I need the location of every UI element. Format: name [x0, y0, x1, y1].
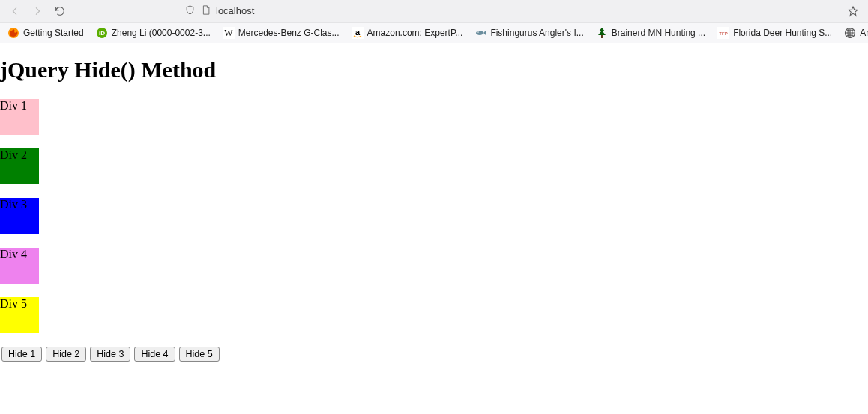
hide-5-button[interactable]: Hide 5 — [179, 346, 220, 362]
div-2: Div 2 — [0, 148, 39, 184]
hide-2-button[interactable]: Hide 2 — [46, 346, 86, 362]
div-4: Div 4 — [0, 248, 39, 284]
hide-3-button[interactable]: Hide 3 — [90, 346, 130, 362]
bookmark-zheng-li[interactable]: iD Zheng Li (0000-0002-3... — [91, 26, 215, 40]
div-5: Div 5 — [0, 297, 39, 333]
orcid-icon: iD — [96, 27, 108, 39]
tfp-icon: TFP — [717, 27, 729, 39]
fish-icon — [474, 27, 486, 39]
bookmark-label: Florida Deer Hunting S... — [733, 28, 832, 38]
globe-icon — [844, 27, 856, 39]
div-3: Div 3 — [0, 198, 39, 234]
div-1-label: Div 1 — [0, 99, 27, 112]
bookmark-label: Mercedes-Benz G-Clas... — [238, 28, 340, 38]
bookmark-brainerd[interactable]: Brainerd MN Hunting ... — [591, 26, 710, 40]
forward-button[interactable] — [27, 2, 48, 21]
bookmark-mercedes[interactable]: W Mercedes-Benz G-Clas... — [218, 26, 344, 40]
svg-point-7 — [476, 31, 483, 35]
hide-1-button[interactable]: Hide 1 — [1, 346, 42, 362]
tree-icon — [596, 27, 608, 39]
page-title: jQuery Hide() Method — [0, 57, 868, 82]
reload-button[interactable] — [49, 2, 70, 21]
bookmark-label: Amazon.com: ExpertP... — [367, 28, 463, 38]
div-4-label: Div 4 — [0, 248, 27, 260]
bookmarks-bar: Getting Started iD Zheng Li (0000-0002-3… — [0, 22, 868, 44]
div-3-label: Div 3 — [0, 198, 27, 211]
bookmark-another-res[interactable]: Another res — [840, 26, 868, 40]
amazon-icon: a — [352, 27, 364, 39]
svg-point-8 — [478, 32, 480, 33]
div-1: Div 1 — [0, 99, 39, 135]
bookmark-label: Fishingurus Angler's I... — [490, 28, 583, 38]
bookmark-label: Another res — [860, 28, 868, 38]
page-icon — [200, 4, 211, 18]
bookmark-label: Brainerd MN Hunting ... — [612, 28, 705, 38]
bookmark-amazon[interactable]: a Amazon.com: ExpertP... — [347, 26, 468, 40]
svg-text:W: W — [224, 28, 233, 38]
bookmark-label: Getting Started — [23, 28, 84, 38]
bookmark-star-button[interactable] — [843, 2, 864, 21]
svg-rect-9 — [601, 35, 603, 38]
hide-4-button[interactable]: Hide 4 — [134, 346, 175, 362]
bookmark-fishingurus[interactable]: Fishingurus Angler's I... — [470, 26, 588, 40]
svg-text:TFP: TFP — [719, 32, 727, 36]
button-row: Hide 1 Hide 2 Hide 3 Hide 4 Hide 5 — [0, 346, 868, 362]
div-5-label: Div 5 — [0, 297, 27, 310]
bookmark-getting-started[interactable]: Getting Started — [3, 26, 88, 40]
browser-toolbar: localhost — [0, 0, 868, 22]
svg-text:iD: iD — [99, 30, 105, 37]
wikipedia-icon: W — [223, 27, 235, 39]
address-bar[interactable]: localhost — [184, 2, 837, 21]
page-content: jQuery Hide() Method Div 1 Div 2 Div 3 D… — [0, 57, 868, 362]
div-2-label: Div 2 — [0, 148, 27, 161]
bookmark-label: Zheng Li (0000-0002-3... — [112, 28, 211, 38]
svg-text:a: a — [355, 28, 360, 37]
url-text: localhost — [216, 5, 254, 16]
firefox-icon — [7, 27, 19, 39]
bookmark-florida-deer[interactable]: TFP Florida Deer Hunting S... — [713, 26, 837, 40]
back-button[interactable] — [4, 2, 25, 21]
shield-icon — [184, 4, 196, 18]
